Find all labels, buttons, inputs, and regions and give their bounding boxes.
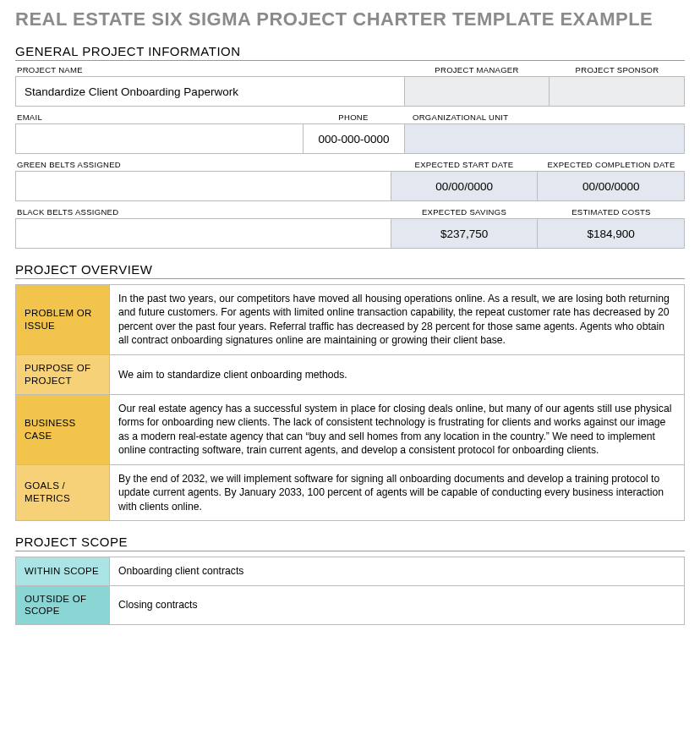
field-row-1: Standardize Client Onboarding Paperwork bbox=[15, 76, 685, 107]
label-project-name: PROJECT NAME bbox=[15, 63, 404, 76]
business-label: BUSINESS CASE bbox=[16, 395, 109, 464]
expected-completion-value[interactable]: 00/00/0000 bbox=[537, 172, 684, 200]
black-belts-value[interactable] bbox=[16, 219, 391, 248]
problem-label: PROBLEM OR ISSUE bbox=[16, 285, 109, 354]
overview-table: PROBLEM OR ISSUE In the past two years, … bbox=[15, 284, 685, 521]
within-scope-label: WITHIN SCOPE bbox=[16, 557, 109, 584]
field-row-2: 000-000-0000 bbox=[15, 123, 685, 154]
project-name-value[interactable]: Standardize Client Onboarding Paperwork bbox=[16, 77, 404, 106]
page-title: REAL ESTATE SIX SIGMA PROJECT CHARTER TE… bbox=[15, 8, 685, 30]
project-sponsor-value[interactable] bbox=[549, 77, 684, 106]
overview-row-purpose: PURPOSE OF PROJECT We aim to standardize… bbox=[16, 354, 684, 394]
expected-start-value[interactable]: 00/00/0000 bbox=[391, 172, 538, 200]
purpose-label: PURPOSE OF PROJECT bbox=[16, 355, 109, 394]
section-general-info: GENERAL PROJECT INFORMATION bbox=[15, 44, 685, 61]
label-row-3: GREEN BELTS ASSIGNED EXPECTED START DATE… bbox=[15, 157, 685, 171]
label-project-sponsor: PROJECT SPONSOR bbox=[550, 63, 685, 76]
org-unit-value[interactable] bbox=[404, 124, 684, 153]
label-green-belts: GREEN BELTS ASSIGNED bbox=[15, 157, 391, 171]
label-row-4: BLACK BELTS ASSIGNED EXPECTED SAVINGS ES… bbox=[15, 205, 685, 218]
scope-row-outside: OUTSIDE OF SCOPE Closing contracts bbox=[16, 585, 684, 625]
overview-row-problem: PROBLEM OR ISSUE In the past two years, … bbox=[16, 285, 684, 354]
label-expected-completion: EXPECTED COMPLETION DATE bbox=[538, 157, 685, 171]
label-estimated-costs: ESTIMATED COSTS bbox=[538, 205, 685, 218]
label-org-unit: ORGANIZATIONAL UNIT bbox=[404, 110, 685, 123]
overview-row-business: BUSINESS CASE Our real estate agency has… bbox=[16, 394, 684, 464]
label-project-manager: PROJECT MANAGER bbox=[404, 63, 550, 76]
label-expected-savings: EXPECTED SAVINGS bbox=[391, 205, 538, 218]
email-value[interactable] bbox=[16, 124, 303, 153]
purpose-text: We aim to standardize client onboarding … bbox=[109, 355, 684, 394]
business-text: Our real estate agency has a successful … bbox=[109, 395, 684, 464]
expected-savings-value[interactable]: $237,750 bbox=[391, 219, 538, 248]
overview-row-goals: GOALS / METRICS By the end of 2032, we w… bbox=[16, 464, 684, 520]
phone-value[interactable]: 000-000-0000 bbox=[303, 124, 404, 153]
field-row-4: $237,750 $184,900 bbox=[15, 218, 685, 249]
project-manager-value[interactable] bbox=[404, 77, 550, 106]
green-belts-value[interactable] bbox=[16, 172, 391, 200]
section-project-overview: PROJECT OVERVIEW bbox=[15, 262, 685, 279]
estimated-costs-value[interactable]: $184,900 bbox=[537, 219, 684, 248]
problem-text: In the past two years, our competitors h… bbox=[109, 285, 684, 354]
label-row-1: PROJECT NAME PROJECT MANAGER PROJECT SPO… bbox=[15, 63, 685, 76]
label-row-2: EMAIL PHONE ORGANIZATIONAL UNIT bbox=[15, 110, 685, 123]
label-phone: PHONE bbox=[303, 110, 404, 123]
goals-text: By the end of 2032, we will implement so… bbox=[109, 465, 684, 520]
section-project-scope: PROJECT SCOPE bbox=[15, 535, 685, 551]
label-black-belts: BLACK BELTS ASSIGNED bbox=[15, 205, 391, 218]
field-row-3: 00/00/0000 00/00/0000 bbox=[15, 171, 685, 201]
label-expected-start: EXPECTED START DATE bbox=[391, 157, 538, 171]
goals-label: GOALS / METRICS bbox=[16, 465, 109, 520]
outside-scope-label: OUTSIDE OF SCOPE bbox=[16, 586, 109, 625]
label-email: EMAIL bbox=[15, 110, 303, 123]
scope-table: WITHIN SCOPE Onboarding client contracts… bbox=[15, 557, 685, 625]
within-scope-text: Onboarding client contracts bbox=[109, 557, 684, 584]
scope-row-within: WITHIN SCOPE Onboarding client contracts bbox=[16, 557, 684, 584]
outside-scope-text: Closing contracts bbox=[109, 586, 684, 625]
